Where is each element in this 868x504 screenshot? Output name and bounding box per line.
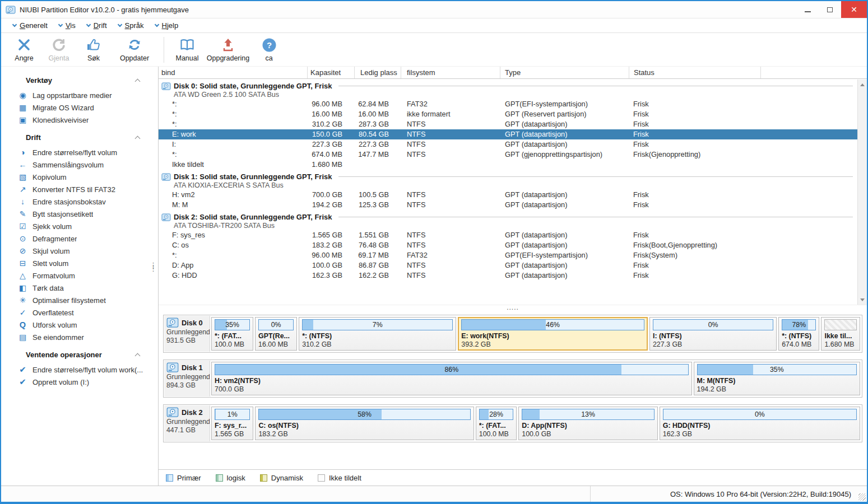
redo-button[interactable]: Gjenta — [43, 35, 75, 65]
disk-info[interactable]: Disk 2 Grunnleggend 447.1 GB — [164, 405, 210, 441]
usage-bar: 7 — [302, 319, 453, 330]
partition-block[interactable]: 0 GPT(Re... 16.00 MB — [255, 317, 297, 351]
sidebar-item-properties[interactable]: ▤Se eiendommer — [1, 331, 158, 343]
sidebar-item-drive-letter[interactable]: ↓Endre stasjonsbokstav — [1, 195, 158, 208]
table-row[interactable]: H: vm2700.0 GB100.5 GBNTFSGPT (dataparti… — [159, 190, 857, 200]
undo-icon — [17, 37, 31, 53]
table-row[interactable]: *:96.00 MB62.84 MBFAT32GPT(EFI-systempar… — [159, 99, 857, 109]
disk-row: Disk 2 Grunnleggend 447.1 GB 1 F: sys_r.… — [163, 404, 862, 442]
col-type[interactable]: Type — [500, 67, 629, 78]
pending-op-create-volume[interactable]: ✔Opprett volum (I:) — [1, 376, 158, 388]
sidebar-item-optimize-fs[interactable]: ✳Optimaliser filsystemet — [1, 294, 158, 306]
sidebar-splitter-handle[interactable]: ⋮⋮ — [150, 264, 157, 270]
col-ledig-plass[interactable]: Ledig plass — [355, 67, 401, 78]
usage-bar: 28 — [479, 409, 513, 420]
partition-block[interactable]: 0 I: (NTFS) 227.3 GB — [649, 317, 777, 351]
table-row[interactable]: D: App100.0 GB86.87 GBNTFSGPT (dataparti… — [159, 260, 857, 270]
surface-test-icon: ✓ — [18, 308, 27, 317]
disk-info[interactable]: Disk 0 Grunnleggend 931.5 GB — [164, 316, 210, 352]
about-button[interactable]: ? ca — [253, 35, 285, 65]
table-row[interactable]: *:96.00 MB69.17 MBFAT32GPT(EFI-systempar… — [159, 250, 857, 260]
menu-drift[interactable]: Drift — [82, 18, 112, 32]
partition-block-selected[interactable]: 46 E: work(NTFS) 393.2 GB — [458, 317, 648, 351]
search-button[interactable]: Søk — [77, 35, 110, 65]
sidebar-item-copy-volume[interactable]: ▧Kopivolum — [1, 171, 158, 183]
disk-info[interactable]: Disk 1 Grunnleggend 894.3 GB — [164, 361, 210, 396]
partition-block[interactable]: 28 *: (FAT... 100.0 MB — [476, 407, 517, 440]
table-row[interactable]: G: HDD162.3 GB162.2 GBNTFSGPT (dataparti… — [159, 270, 857, 281]
sidebar-item-hide-volume[interactable]: ⊘Skjul volum — [1, 245, 158, 257]
table-row[interactable]: *:16.00 MB16.00 MBikke formatertGPT (Res… — [159, 109, 857, 119]
partition-block[interactable]: 7 *: (NTFS) 310.2 GB — [299, 317, 456, 351]
sidebar-item-bootable-media[interactable]: ◉Lag oppstartbare medier — [1, 89, 158, 101]
menu-sprak[interactable]: Språk — [113, 18, 149, 32]
minimize-button[interactable] — [796, 1, 819, 18]
col-status[interactable]: Status — [629, 67, 761, 78]
thumbs-up-icon — [86, 37, 101, 53]
table-row-selected[interactable]: E: work150.0 GB80.54 GBNTFSGPT (datapart… — [159, 129, 857, 139]
partition-block[interactable]: 0 G: HDD(NTFS) 162.3 GB — [660, 407, 860, 440]
partition-block[interactable]: 58 C: os(NTFS) 183.2 GB — [255, 407, 474, 440]
sidebar-item-wipe-data[interactable]: ◧Tørk data — [1, 282, 158, 294]
undo-button[interactable]: Angre — [8, 35, 40, 65]
sidebar-item-delete-volume[interactable]: ⊟Slett volum — [1, 257, 158, 269]
partition-block[interactable]: 35 *: (FAT... 100.0 MB — [211, 317, 253, 351]
table-row[interactable]: *:674.0 MB147.7 MBNTFSGPT (gjenopprettin… — [159, 150, 857, 160]
sidebar-item-surface-test[interactable]: ✓Overflatetest — [1, 306, 158, 319]
partition-block[interactable]: 78 *: (NTFS) 674.0 MB — [778, 317, 819, 351]
partition-block[interactable]: 86 H: vm2(NTFS) 700.0 GB — [211, 362, 692, 395]
section-drift[interactable]: Drift — [26, 133, 140, 142]
sidebar-item-migrate-os[interactable]: ▦Migrate OS Wizard — [1, 101, 158, 114]
table-row[interactable]: F: sys_res1.565 GB1.551 GBNTFSGPT (datap… — [159, 230, 857, 240]
sidebar-item-merge-volume[interactable]: ←Sammenslåingsvolum — [1, 158, 158, 171]
panel-splitter[interactable]: ..... — [159, 305, 867, 312]
scroll-down-arrow[interactable] — [858, 295, 867, 304]
sidebar-item-check-volume[interactable]: ☑Sjekk volum — [1, 220, 158, 232]
pending-op-resize-move[interactable]: ✔Endre størrelse/flytt volum work(... — [1, 363, 158, 376]
sidebar-item-clone-disk[interactable]: ▣Klonediskveiviser — [1, 114, 158, 126]
table-row[interactable]: I:227.3 GB227.3 GBNTFSGPT (datapartisjon… — [159, 139, 857, 150]
sidebar-item-explore-volume[interactable]: QUtforsk volum — [1, 319, 158, 331]
col-filsystem[interactable]: filsystem — [401, 67, 500, 78]
section-pending-operations[interactable]: Ventende operasjoner — [26, 351, 140, 359]
usage-bar: 0 — [258, 319, 294, 330]
partition-block[interactable]: 1 F: sys_r... 1.565 GB — [211, 407, 253, 440]
resize-grip-icon[interactable] — [858, 493, 866, 501]
partition-block[interactable]: 13 D: App(NTFS) 100.0 GB — [518, 407, 658, 440]
table-row[interactable]: *:310.2 GB287.3 GBNTFSGPT (datapartisjon… — [159, 119, 857, 129]
chevron-up-icon — [135, 353, 141, 359]
scroll-up-arrow[interactable] — [858, 80, 867, 89]
disk-group-header[interactable]: Disk 2: Solid state, Grunnleggende GPT, … — [159, 210, 857, 230]
upgrade-button[interactable]: Oppgradering — [206, 35, 250, 65]
refresh-button[interactable]: Oppdater — [112, 35, 157, 65]
defragment-icon: ⊙ — [18, 234, 27, 243]
col-kapasitet[interactable]: Kapasitet — [308, 67, 355, 78]
sidebar-item-convert-ntfs[interactable]: ↗Konverter NTFS til FAT32 — [1, 183, 158, 195]
menu-vis[interactable]: Vis — [54, 18, 81, 32]
sidebar-item-format-volume[interactable]: △Formatvolum — [1, 269, 158, 282]
sidebar-item-resize-move[interactable]: ◑Endre størrelse/flytt volum — [1, 146, 158, 158]
disk-group-header[interactable]: Disk 0: Solid state, Grunnleggende GPT, … — [159, 79, 857, 99]
sidebar-item-defragment[interactable]: ⊙Defragmenter — [1, 232, 158, 245]
menu-hjelp[interactable]: Hjelp — [150, 18, 184, 32]
vertical-scrollbar[interactable] — [857, 80, 867, 305]
disk-group-header[interactable]: Disk 1: Solid state, Grunnleggende GPT, … — [159, 170, 857, 190]
sidebar-item-drive-label[interactable]: ✎Bytt stasjonsetikett — [1, 208, 158, 220]
legend-primary: Primær — [166, 474, 201, 482]
disk-title: Disk 2: Solid state, Grunnleggende GPT, … — [174, 213, 332, 221]
section-verktoy[interactable]: Verktøy — [26, 76, 140, 85]
disk-title: Disk 1: Solid state, Grunnleggende GPT, … — [174, 172, 332, 181]
maximize-button[interactable] — [819, 1, 841, 18]
col-bind[interactable]: bind — [159, 67, 308, 78]
menu-generelt[interactable]: Generelt — [8, 18, 53, 32]
unallocated-block[interactable]: Ikke til... 1.680 MB — [821, 317, 860, 351]
close-button[interactable]: ✕ — [841, 1, 867, 18]
disk-bus: ATA WD Green 2.5 100 SATA Bus — [161, 91, 857, 99]
table-row[interactable]: Ikke tildelt1.680 MB — [159, 160, 857, 170]
manual-button[interactable]: Manual — [171, 35, 203, 65]
table-row[interactable]: M: M194.2 GB125.3 GBNTFSGPT (datapartisj… — [159, 200, 857, 210]
partition-block[interactable]: 35 M: M(NTFS) 194.2 GB — [694, 362, 860, 395]
disk-row: Disk 1 Grunnleggend 894.3 GB 86 H: vm2(N… — [163, 360, 862, 398]
disk-bus: ATA KIOXIA-EXCERIA S SATA Bus — [161, 181, 857, 189]
table-row[interactable]: C: os183.2 GB76.48 GBNTFSGPT (datapartis… — [159, 240, 857, 250]
